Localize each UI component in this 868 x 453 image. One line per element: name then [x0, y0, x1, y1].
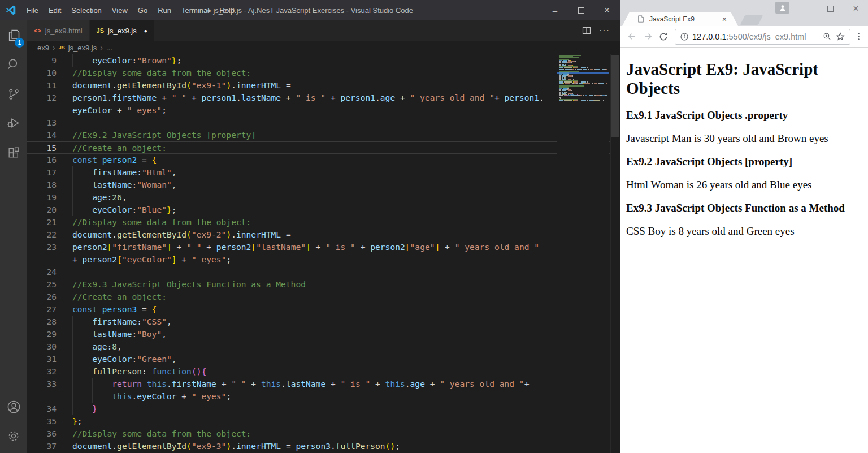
profile-button[interactable]	[775, 2, 789, 14]
menu-selection[interactable]: Selection	[66, 4, 106, 17]
menu-edit[interactable]: Edit	[44, 4, 66, 17]
back-icon[interactable]	[625, 30, 639, 44]
page-title: JavaScript Ex9: JavaScript Objects	[626, 59, 835, 98]
scrollbar-thumb[interactable]	[611, 55, 619, 137]
line-number: 34	[27, 403, 57, 415]
settings-gear-icon[interactable]	[0, 421, 27, 451]
code-line[interactable]: 20 eyeColor:"Blue"};	[27, 204, 610, 216]
reload-icon[interactable]	[657, 30, 670, 44]
code-text: eyeColor:"Blue"};	[72, 204, 177, 216]
code-line[interactable]: 22document.getElementById("ex9-2").inner…	[27, 228, 610, 241]
code-line[interactable]: 30 age:8,	[27, 340, 610, 353]
menu-view[interactable]: View	[107, 4, 133, 17]
url-host: 127.0.0.1	[692, 32, 726, 41]
code-text: firstName:"Html",	[72, 166, 177, 179]
code-line[interactable]: 29 lastName:"Boy",	[27, 328, 610, 340]
code-line[interactable]: + person2["eyeColor"] + " eyes";	[27, 253, 610, 266]
menu-go[interactable]: Go	[133, 4, 153, 17]
code-line[interactable]: this.eyeColor + " eyes";	[27, 390, 610, 403]
editor-tabbar: <>js_ex9.htmlJSjs_ex9.js● ···	[27, 20, 620, 41]
breadcrumb-tail[interactable]: ...	[106, 44, 112, 52]
code-line[interactable]: 23person2["firstName"] + " " + person2["…	[27, 241, 610, 253]
section-text: Html Woman is 26 years old and Blue eyes	[626, 179, 863, 191]
menu-run[interactable]: Run	[153, 4, 176, 17]
code-line[interactable]: 13	[27, 117, 610, 129]
code-text: age:8,	[72, 340, 122, 353]
browser-tab[interactable]: JavaScript Ex9 ×	[622, 12, 738, 26]
screen: FileEditSelectionViewGoRunTerminalHelp ●…	[0, 0, 868, 453]
breadcrumb-file[interactable]: js_ex9.js	[68, 44, 97, 52]
code-editor[interactable]: 9 eyeColor:"Brown"};10//Display some dat…	[27, 54, 620, 453]
minimize-button[interactable]: –	[542, 0, 568, 20]
js-file-icon: JS	[97, 27, 104, 34]
explorer-icon[interactable]: 1	[0, 20, 27, 50]
browser-menu-icon[interactable]	[853, 30, 864, 44]
code-line[interactable]: 12person1.firstName + " " + person1.last…	[27, 92, 610, 104]
code-line[interactable]: 16const person2 = {	[27, 154, 610, 166]
menu-file[interactable]: File	[21, 4, 44, 17]
code-line[interactable]: 9 eyeColor:"Brown"};	[27, 54, 610, 67]
modified-dot-icon[interactable]: ●	[144, 28, 147, 34]
code-line[interactable]: 35};	[27, 415, 610, 428]
close-button[interactable]: ×	[594, 0, 620, 20]
section-heading: Ex9.3 JavaScript Objects Function as a M…	[626, 202, 863, 214]
code-line[interactable]: 18 lastName:"Woman",	[27, 179, 610, 191]
code-line[interactable]: 31 eyeColor:"Green",	[27, 353, 610, 365]
code-line[interactable]: 10//Display some data from the object:	[27, 67, 610, 79]
code-text: + person2["eyeColor"] + " eyes";	[72, 253, 231, 266]
code-line[interactable]: 36//Display some data from the object:	[27, 428, 610, 440]
close-button[interactable]: ×	[843, 0, 868, 17]
search-icon[interactable]	[0, 50, 27, 79]
new-tab-button[interactable]	[740, 15, 763, 25]
code-line[interactable]: 15//Create an object:	[27, 141, 610, 154]
maximize-button[interactable]	[818, 0, 843, 17]
code-line[interactable]: 37document.getElementById("ex9-3").inner…	[27, 440, 610, 452]
code-line[interactable]: eyeColor + " eyes";	[27, 104, 610, 117]
vscode-logo-icon	[6, 5, 16, 15]
maximize-button[interactable]	[568, 0, 594, 20]
info-icon[interactable]	[680, 32, 689, 41]
minimap[interactable]	[557, 54, 609, 453]
code-text: fullPerson: function(){	[72, 365, 206, 378]
line-number: 27	[27, 303, 57, 316]
tab-js_ex9.js[interactable]: JSjs_ex9.js●	[90, 20, 155, 41]
tab-js_ex9.html[interactable]: <>js_ex9.html	[27, 20, 90, 41]
zoom-icon[interactable]	[822, 32, 832, 41]
browser-tab-title: JavaScript Ex9	[649, 15, 718, 23]
menu-terminal[interactable]: Terminal	[176, 4, 214, 17]
code-line[interactable]: 25//Ex9.3 JavaScript Objects Function as…	[27, 278, 610, 291]
maximize-icon	[827, 6, 834, 12]
code-line[interactable]: 32 fullPerson: function(){	[27, 365, 610, 378]
minimize-button[interactable]: –	[792, 0, 818, 17]
code-line[interactable]: 14//Ex9.2 JavaScript Objects [property]	[27, 129, 610, 141]
code-line[interactable]: 34 }	[27, 403, 610, 415]
source-control-icon[interactable]	[0, 79, 27, 109]
bookmark-star-icon[interactable]	[835, 32, 845, 42]
code-text: //Display some data from the object:	[72, 67, 251, 79]
line-number: 15	[27, 142, 57, 154]
code-line[interactable]: 28 firstName:"CSS",	[27, 316, 610, 328]
extensions-icon[interactable]	[0, 138, 27, 167]
more-actions-icon[interactable]: ···	[599, 25, 610, 36]
split-editor-icon[interactable]	[582, 26, 591, 35]
code-line[interactable]: 11document.getElementById("ex9-1").inner…	[27, 79, 610, 92]
code-line[interactable]: 24	[27, 266, 610, 278]
breadcrumb-folder[interactable]: ex9	[37, 44, 49, 52]
code-line[interactable]: 26//Create an object:	[27, 291, 610, 303]
code-line[interactable]: 27const person3 = {	[27, 303, 610, 316]
menu-help[interactable]: Help	[214, 4, 240, 17]
browser-window-controls: – ×	[792, 0, 868, 17]
line-number: 25	[27, 278, 57, 291]
editor-scrollbar[interactable]	[610, 54, 619, 453]
url-text[interactable]: 127.0.0.1:5500/ex9/js_ex9.html	[692, 32, 819, 41]
code-line[interactable]: 33 return this.firstName + " " + this.la…	[27, 378, 610, 390]
browser-window: JavaScript Ex9 × – ×	[620, 0, 868, 453]
run-debug-icon[interactable]	[0, 109, 27, 138]
tab-close-icon[interactable]: ×	[722, 15, 727, 23]
address-bar[interactable]: 127.0.0.1:5500/ex9/js_ex9.html	[675, 29, 850, 45]
account-icon[interactable]	[0, 392, 27, 421]
code-line[interactable]: 17 firstName:"Html",	[27, 166, 610, 179]
forward-icon[interactable]	[641, 30, 654, 44]
code-line[interactable]: 21//Display some data from the object:	[27, 216, 610, 228]
code-line[interactable]: 19 age:26,	[27, 191, 610, 204]
